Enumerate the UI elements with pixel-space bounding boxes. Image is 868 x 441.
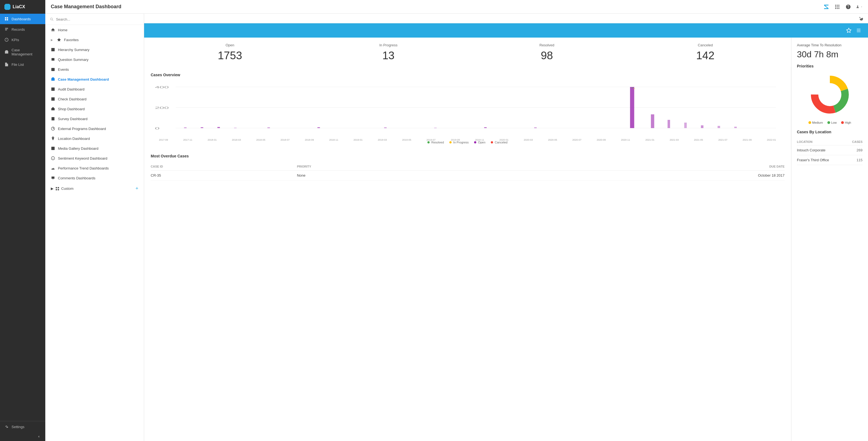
location-count-2: 115 [857,158,863,162]
svg-rect-25 [58,189,59,190]
menu-item-media-gallery-label: Media Gallery Dashboard [58,146,98,150]
menu-item-events-label: Events [58,67,69,72]
filter-icon[interactable] [850,16,856,21]
most-overdue-title: Most Overdue Cases [151,154,784,158]
svg-rect-36 [267,128,270,128]
svg-rect-23 [58,187,59,189]
case-management-icon [4,50,9,54]
svg-rect-24 [56,189,57,190]
hierarchy-icon [51,47,55,52]
sidebar-collapse-button[interactable] [0,432,45,441]
svg-rect-7 [838,5,839,5]
svg-point-14 [857,5,858,7]
priorities-title: Priorities [797,64,863,68]
brand-icon[interactable] [823,4,830,10]
legend-low: Low [827,121,837,124]
logo-icon [4,4,10,10]
star-icon[interactable] [846,28,851,33]
sidebar-item-kpis[interactable]: KPIs [0,35,45,45]
sidebar-item-file-list[interactable]: File List [0,59,45,70]
chart-area: 400 200 0 [151,81,784,136]
svg-rect-38 [384,128,386,128]
menu-item-audit-dashboard[interactable]: Audit Dashboard [45,84,144,94]
app-logo[interactable]: LiaCX [0,0,45,14]
location-name-2: Fraser's Third Office [797,158,829,162]
survey-icon [51,116,55,121]
svg-rect-32 [184,128,186,128]
external-programs-icon [51,127,55,131]
menu-item-hierarchy-label: Hierarchy Summary [58,48,90,52]
menu-item-comments[interactable]: Comments Dashboards [45,173,144,183]
file-list-icon [4,62,9,67]
dashboard-body: Open 1753 In Progress 13 Resolved 98 C [144,38,868,441]
menu-item-favorites[interactable]: ▶ Favorites [45,35,144,45]
settings-icon [4,425,9,429]
menu-item-hierarchy-summary[interactable]: Hierarchy Summary [45,45,144,55]
svg-text:400: 400 [155,86,169,89]
sidebar-item-settings[interactable]: Settings [4,425,41,429]
svg-rect-2 [7,17,8,19]
menu-item-location-dashboard[interactable]: Location Dashboard [45,134,144,143]
refresh-icon[interactable] [859,16,864,21]
menu-icon[interactable] [856,28,861,33]
menu-item-events[interactable]: Events [45,64,144,74]
svg-rect-19 [51,147,55,150]
high-label: High [845,121,851,124]
menu-item-shop-label: Shop Dashboard [58,107,85,111]
stat-open: Open 1753 [151,43,309,62]
dashboards-icon [4,17,9,21]
open-dot [474,141,476,143]
search-input[interactable] [56,17,140,22]
svg-rect-42 [630,87,634,128]
menu-item-comments-label: Comments Dashboards [58,176,96,180]
sidebar-item-records-label: Records [11,27,25,32]
help-icon[interactable] [845,4,851,10]
low-dot [827,121,830,124]
stat-resolved: Resolved 98 [468,43,626,62]
page-title: Case Management Dashboard [51,4,121,10]
menu-item-performance-trend[interactable]: Performance Trend Dashboards [45,163,144,173]
avg-time-section: Average Time To Resolution 30d 7h 8m [797,43,863,60]
collapse-icon [36,434,41,439]
menu-item-survey-dashboard[interactable]: Survey Dashboard [45,114,144,124]
sentiment-icon [51,156,55,161]
menu-item-home[interactable]: Home [45,25,144,35]
performance-icon [51,166,55,170]
menu-item-case-management-dashboard[interactable]: Case Management Dashboard [45,74,144,84]
custom-add-button[interactable]: + [135,186,138,192]
svg-rect-1 [5,19,6,21]
favorites-expand-arrow: ▶ [51,38,53,41]
most-overdue-section: Most Overdue Cases CASE ID PRIORITY DUE … [144,149,791,185]
svg-point-54 [818,83,841,106]
sidebar-item-records[interactable]: Records [0,24,45,35]
user-menu[interactable] [856,4,863,10]
svg-text:200: 200 [155,106,169,109]
menu-item-external-programs[interactable]: External Programs Dashboard [45,124,144,134]
menu-item-shop-dashboard[interactable]: Shop Dashboard [45,104,144,114]
menu-custom-section[interactable]: ▶ Custom + [45,183,144,194]
menu-item-sentiment[interactable]: Sentiment Keyword Dashboard [45,153,144,163]
menu-item-case-mgmt-dash-label: Case Management Dashboard [58,77,109,81]
custom-expand-arrow: ▶ [51,186,54,191]
svg-rect-33 [201,127,203,128]
svg-rect-43 [651,114,654,128]
medium-dot [808,121,811,124]
svg-point-20 [52,147,53,148]
stat-resolved-label: Resolved [468,43,626,47]
sidebar-item-dashboards[interactable]: Dashboards [0,14,45,24]
svg-rect-40 [484,127,487,128]
menu-item-location-label: Location Dashboard [58,137,90,141]
dashboard-left-content: Open 1753 In Progress 13 Resolved 98 C [144,38,791,441]
menu-item-media-gallery[interactable]: Media Gallery Dashboard [45,143,144,153]
menu-item-check-dashboard[interactable]: Check Dashboard [45,94,144,104]
svg-rect-0 [5,17,6,19]
menu-item-question-summary[interactable]: Question Summary [45,55,144,64]
svg-rect-22 [56,187,57,189]
apps-icon[interactable] [834,4,841,10]
canceled-dot [491,141,493,143]
cases-overview-section: Cases Overview 400 200 0 [144,67,791,149]
nav-dropdown-panel: Home ▶ Favorites Hierarchy Summary Quest… [45,14,144,441]
table-row: CR-35 None October 18 2017 [151,171,784,180]
sidebar-item-case-management[interactable]: Case Management [0,45,45,59]
menu-item-favorites-label: Favorites [64,38,79,42]
